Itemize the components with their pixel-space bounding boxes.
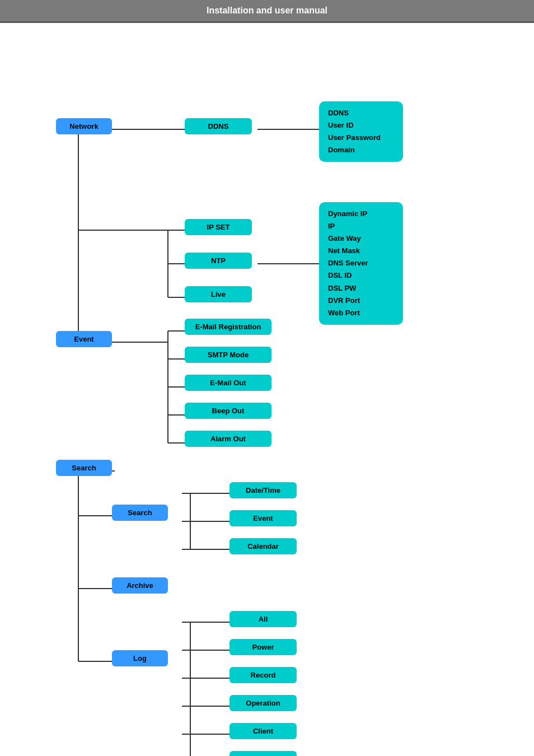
ddns-detail-line1: DDNS — [328, 107, 394, 119]
header-title: Installation and user manual — [207, 6, 327, 15]
search-root-node: Search — [56, 460, 112, 476]
ntp-node: NTP — [185, 253, 252, 269]
network-node: Network — [56, 118, 112, 134]
ipset-detail-line4: Net Mask — [328, 245, 394, 257]
log-event-node: Event — [229, 751, 297, 756]
search-event-node: Event — [229, 510, 297, 526]
ipset-detail-line1: Dynamic IP — [328, 208, 394, 220]
network-diagram: Network DDNS DDNS User ID User Password … — [22, 51, 512, 432]
ipset-detail-line3: Gate Way — [328, 232, 394, 245]
ipset-detail-line6: DSL ID — [328, 269, 394, 282]
ipset-detail-line9: Web Port — [328, 307, 394, 319]
ipset-detail-line8: DVR Port — [328, 295, 394, 307]
ddns-detail-line2: User ID — [328, 119, 394, 132]
ddns-detail-line3: User Password — [328, 132, 394, 144]
operation-node: Operation — [229, 695, 297, 711]
search-diagram: Search Search Archive Log Date/Time Even… — [22, 449, 512, 756]
search-lines — [22, 449, 358, 756]
ddns-detail-line4: Domain — [328, 144, 394, 156]
ipset-detail-line5: DNS Server — [328, 257, 394, 269]
live-node: Live — [185, 286, 252, 302]
alarmout-node: Alarm Out — [185, 431, 271, 447]
event-node: Event — [56, 331, 112, 347]
calendar-node: Calendar — [229, 538, 297, 554]
emailout-node: E-Mail Out — [185, 375, 271, 391]
power-node: Power — [229, 639, 297, 655]
ipset-detail-line7: DSL PW — [328, 282, 394, 295]
log-node: Log — [112, 650, 168, 666]
ipset-detail-line2: IP — [328, 220, 394, 232]
archive-node: Archive — [112, 577, 168, 594]
ipset-detail-node: Dynamic IP IP Gate Way Net Mask DNS Serv… — [319, 202, 403, 325]
smtp-node: SMTP Mode — [185, 347, 271, 363]
datetime-node: Date/Time — [229, 482, 297, 498]
beepout-node: Beep Out — [185, 403, 271, 419]
ddns-detail-node: DDNS User ID User Password Domain — [319, 101, 403, 162]
emailreg-node: E-Mail Registration — [185, 319, 271, 335]
all-node: All — [229, 611, 297, 627]
header: Installation and user manual — [0, 0, 534, 23]
record-node: Record — [229, 667, 297, 683]
ipset-node: IP SET — [185, 219, 252, 235]
search-child-node: Search — [112, 505, 168, 521]
ddns-node: DDNS — [185, 118, 252, 134]
client-node: Client — [229, 723, 297, 739]
